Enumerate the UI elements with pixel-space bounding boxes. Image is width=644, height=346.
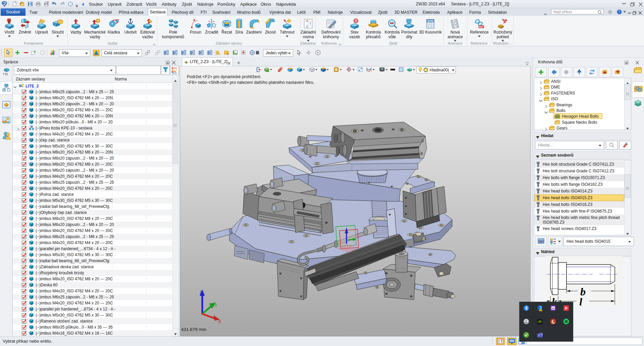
svg-text:1: 1 xyxy=(310,22,311,25)
svg-text:l: l xyxy=(579,296,582,305)
svg-text:3: 3 xyxy=(306,19,308,22)
svg-text:P: P xyxy=(565,306,567,310)
svg-text:T: T xyxy=(538,334,540,337)
svg-text:?: ? xyxy=(355,19,357,23)
svg-text:!: ! xyxy=(540,309,541,311)
svg-text:?: ? xyxy=(619,10,621,14)
svg-text:REF: REF xyxy=(479,26,484,28)
svg-text:Z: Z xyxy=(200,290,203,295)
svg-text:N: N xyxy=(552,307,554,310)
svg-text:Y: Y xyxy=(214,303,218,308)
svg-text:2: 2 xyxy=(306,25,308,28)
svg-text:X: X xyxy=(218,319,221,324)
